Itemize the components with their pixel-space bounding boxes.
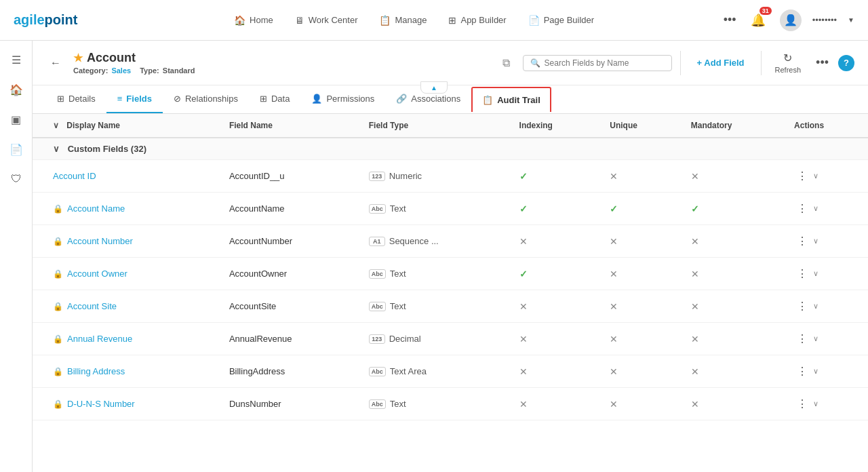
row-more-button[interactable]: ⋮ [794, 363, 810, 379]
field-actions-cell: ⋮ ∨ [783, 355, 868, 388]
table-row: 🔒Billing AddressBillingAddress Abc Text … [33, 355, 868, 388]
field-name-cell: AccountNumber [218, 225, 358, 258]
x-icon: ✕ [691, 301, 699, 312]
notifications-button[interactable]: 🔔 31 [747, 9, 769, 31]
user-chevron-icon[interactable]: ▼ [848, 16, 854, 24]
field-type-cell: 123 Decimal [358, 323, 509, 355]
field-indexing-cell: ✕ [509, 388, 599, 420]
layout-wrapper: ▲ ☰ 🏠 ▣ 📄 🛡 ← ★ Account [0, 41, 868, 472]
nav-item-workcenter[interactable]: 🖥 Work Center [284, 9, 369, 31]
group-row-custom-fields: ∨ Custom Fields (32) [33, 138, 868, 160]
user-avatar: 👤 [780, 9, 802, 31]
field-link[interactable]: 🔒Account Owner [53, 269, 208, 279]
field-link[interactable]: 🔒D-U-N-S Number [53, 399, 208, 409]
group-toggle-icon[interactable]: ∨ [53, 144, 60, 154]
audit-tab-icon: 📋 [482, 95, 493, 105]
row-more-button[interactable]: ⋮ [794, 298, 810, 314]
field-name-cell: AccountName [218, 193, 358, 225]
sidebar-doc-icon[interactable]: 📄 [4, 137, 28, 161]
app-layout: ☰ 🏠 ▣ 📄 🛡 ← ★ Account Category: [0, 41, 868, 472]
nav-more-button[interactable]: ••• [724, 13, 736, 27]
row-more-button[interactable]: ⋮ [794, 168, 810, 184]
check-icon: ✓ [691, 203, 699, 214]
row-more-button[interactable]: ⋮ [794, 331, 810, 347]
search-input[interactable] [545, 58, 665, 68]
field-link[interactable]: 🔒Account Number [53, 236, 208, 246]
field-link[interactable]: 🔒Billing Address [53, 366, 208, 376]
field-name-cell: AccountSite [218, 290, 358, 323]
sidebar-entity-icon[interactable]: ▣ [4, 107, 28, 132]
tab-audit-trail[interactable]: 📋 Audit Trail [471, 87, 551, 112]
tab-details[interactable]: ⊞ Details [46, 85, 106, 113]
refresh-button[interactable]: ↻ Refresh [770, 49, 807, 77]
row-chevron-icon[interactable]: ∨ [813, 204, 818, 213]
field-link[interactable]: 🔒Annual Revenue [53, 334, 208, 344]
lock-icon: 🔒 [53, 204, 63, 214]
row-chevron-icon[interactable]: ∨ [813, 334, 818, 343]
row-chevron-icon[interactable]: ∨ [813, 237, 818, 245]
left-sidebar: ☰ 🏠 ▣ 📄 🛡 [0, 41, 33, 472]
field-link[interactable]: Account ID [53, 171, 208, 181]
field-mandatory-cell: ✕ [680, 323, 783, 355]
table-header-row: ∨ Display Name Field Name Field Type Ind… [33, 114, 868, 138]
x-icon: ✕ [691, 399, 699, 410]
copy-button[interactable]: ⧉ [496, 52, 517, 74]
help-button[interactable]: ? [838, 55, 854, 71]
row-more-button[interactable]: ⋮ [794, 396, 810, 412]
back-button[interactable]: ← [46, 54, 65, 73]
field-actions-cell: ⋮ ∨ [783, 290, 868, 323]
field-actions-cell: ⋮ ∨ [783, 160, 868, 193]
add-field-button[interactable]: + Add Field [689, 54, 753, 72]
sidebar-home-icon[interactable]: 🏠 [4, 77, 28, 102]
field-unique-cell: ✓ [599, 193, 679, 225]
user-name: •••••••• [812, 15, 837, 25]
page-title-area: ★ Account Category: Sales Type: Standard [73, 51, 195, 75]
monitor-icon: 🖥 [295, 15, 304, 26]
field-type-label: Text [390, 203, 406, 214]
field-indexing-cell: ✕ [509, 290, 599, 323]
sort-toggle-icon[interactable]: ∨ [53, 121, 59, 130]
field-name-cell: AccountOwner [218, 258, 358, 290]
field-unique-cell: ✕ [599, 388, 679, 420]
collapse-button[interactable]: ▲ [420, 81, 448, 94]
check-icon: ✓ [519, 269, 528, 279]
nav-item-manage[interactable]: 📋 Manage [368, 9, 437, 31]
field-displayname-cell: 🔒Annual Revenue [33, 323, 218, 355]
nav-item-home[interactable]: 🏠 Home [223, 9, 284, 31]
field-unique-cell: ✕ [599, 323, 679, 355]
row-more-button[interactable]: ⋮ [794, 266, 810, 281]
divider2 [761, 51, 762, 75]
more-options-button[interactable]: ••• [812, 53, 833, 73]
row-chevron-icon[interactable]: ∨ [813, 399, 818, 408]
x-icon: ✕ [610, 171, 618, 182]
tabs-bar: ⊞ Details ≡ Fields ⊘ Relationships ⊞ Dat… [33, 85, 868, 114]
row-chevron-icon[interactable]: ∨ [813, 367, 818, 376]
nav-item-appbuilder[interactable]: ⊞ App Builder [437, 9, 517, 31]
type-badge-icon: 123 [369, 334, 385, 344]
star-icon[interactable]: ★ [73, 52, 83, 64]
field-unique-cell: ✕ [599, 160, 679, 193]
row-chevron-icon[interactable]: ∨ [813, 269, 818, 278]
field-link[interactable]: 🔒Account Site [53, 301, 208, 311]
x-icon: ✕ [519, 366, 528, 377]
logo-text: agilepoint [14, 12, 77, 28]
row-chevron-icon[interactable]: ∨ [813, 172, 818, 180]
type-badge-icon: A1 [369, 237, 385, 246]
field-link[interactable]: 🔒Account Name [53, 203, 208, 214]
field-displayname-cell: 🔒Billing Address [33, 355, 218, 388]
tab-relationships[interactable]: ⊘ Relationships [163, 85, 249, 113]
row-more-button[interactable]: ⋮ [794, 201, 810, 216]
nav-item-pagebuilder[interactable]: 📄 Page Builder [517, 9, 605, 31]
permissions-tab-icon: 👤 [311, 94, 322, 104]
tab-data[interactable]: ⊞ Data [249, 85, 300, 113]
sidebar-menu-icon[interactable]: ☰ [4, 47, 28, 72]
table-container: ∨ Display Name Field Name Field Type Ind… [33, 114, 868, 472]
field-displayname-cell: 🔒Account Number [33, 225, 218, 258]
row-chevron-icon[interactable]: ∨ [813, 302, 818, 311]
tab-fields[interactable]: ≡ Fields [106, 85, 163, 113]
sidebar-shield-icon[interactable]: 🛡 [4, 167, 28, 191]
field-mandatory-cell: ✕ [680, 388, 783, 420]
tab-permissions[interactable]: 👤 Permissions [300, 85, 385, 113]
field-type-cell: 123 Numeric [358, 160, 509, 193]
row-more-button[interactable]: ⋮ [794, 233, 810, 249]
